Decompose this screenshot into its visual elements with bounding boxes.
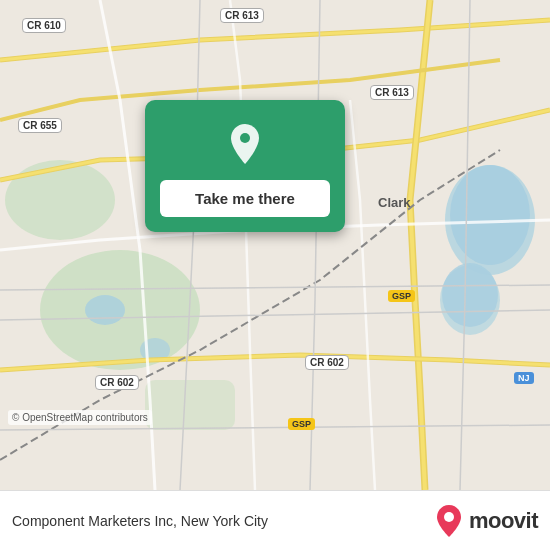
svg-point-11 [444, 512, 454, 522]
road-badge-cr613-top: CR 613 [220, 8, 264, 23]
svg-rect-5 [145, 380, 235, 430]
road-badge-cr655: CR 655 [18, 118, 62, 133]
city-label-clark: Clark [378, 195, 411, 210]
bottom-bar-title: Component Marketers Inc, New York City [12, 513, 268, 529]
moovit-brand-text: moovit [469, 508, 538, 534]
svg-point-2 [5, 160, 115, 240]
svg-point-6 [450, 165, 530, 265]
map-container: CR 610 CR 613 CR 613 CR 655 CR 602 CR 60… [0, 0, 550, 490]
moovit-logo: moovit [435, 504, 538, 538]
location-card: Take me there [145, 100, 345, 232]
gsp-badge-lower: GSP [288, 418, 315, 430]
moovit-pin-icon [435, 504, 463, 538]
svg-point-7 [442, 263, 498, 327]
road-badge-cr602-left: CR 602 [95, 375, 139, 390]
road-badge-cr613-right: CR 613 [370, 85, 414, 100]
location-pin-icon [221, 120, 269, 168]
svg-point-10 [240, 133, 250, 143]
nj-badge: NJ [514, 372, 534, 384]
bottom-bar: Component Marketers Inc, New York City m… [0, 490, 550, 550]
road-badge-cr602-right: CR 602 [305, 355, 349, 370]
road-badge-cr610: CR 610 [22, 18, 66, 33]
take-me-there-button[interactable]: Take me there [160, 180, 330, 217]
gsp-badge-upper: GSP [388, 290, 415, 302]
copyright-text: © OpenStreetMap contributors [8, 410, 152, 425]
svg-point-8 [85, 295, 125, 325]
